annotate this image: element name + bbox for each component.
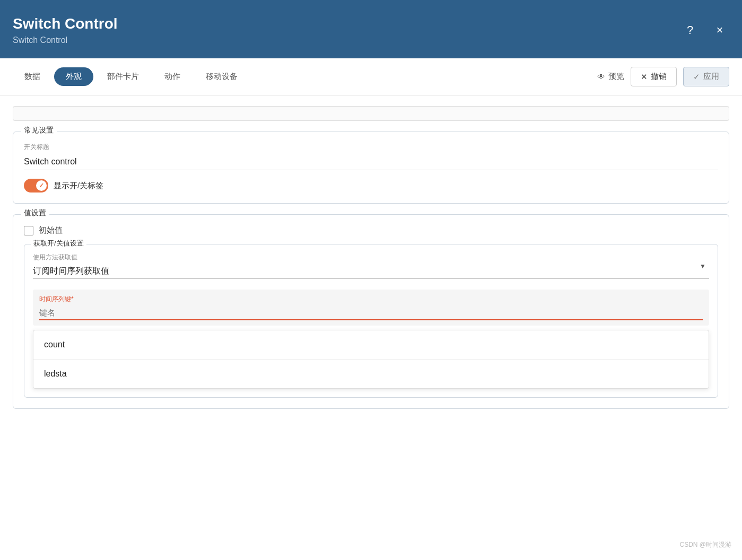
cancel-label: 撤销 bbox=[651, 72, 667, 82]
show-tag-label: 显示开/关标签 bbox=[54, 181, 103, 191]
apply-label: 应用 bbox=[703, 72, 719, 82]
help-icon: ? bbox=[687, 23, 693, 37]
get-on-off-label: 获取开/关值设置 bbox=[31, 239, 86, 248]
dropdown-item-count[interactable]: count bbox=[33, 330, 709, 360]
content: 常见设置 开关标题 ✓ 显示开/关标签 值设置 初始值 bbox=[0, 95, 742, 560]
ts-key-field: 时间序列键* bbox=[33, 290, 709, 326]
tab-mobile[interactable]: 移动设备 bbox=[194, 67, 249, 86]
initial-value-label: 初始值 bbox=[39, 225, 63, 235]
toolbar-right: 👁 预览 ✕ 撤销 ✓ 应用 bbox=[597, 67, 729, 86]
tab-data[interactable]: 数据 bbox=[13, 67, 52, 86]
eye-icon: 👁 bbox=[597, 72, 605, 81]
toggle-knob: ✓ bbox=[36, 180, 47, 191]
ts-key-label: 时间序列键* bbox=[39, 295, 703, 304]
cancel-button[interactable]: ✕ 撤销 bbox=[631, 67, 677, 86]
tab-action[interactable]: 动作 bbox=[153, 67, 192, 86]
switch-title-field: 开关标题 bbox=[24, 143, 718, 170]
header-actions: ? × bbox=[680, 21, 729, 40]
apply-button[interactable]: ✓ 应用 bbox=[683, 67, 729, 86]
check-icon: ✓ bbox=[693, 72, 700, 82]
app-subtitle: Switch Control bbox=[13, 36, 118, 45]
watermark: CSDN @时间漫游 bbox=[679, 540, 731, 549]
method-select-wrapper: 使用方法获取值 订阅时间序列获取值 bbox=[33, 253, 709, 279]
ts-key-input[interactable] bbox=[39, 306, 703, 320]
help-button[interactable]: ? bbox=[680, 21, 700, 40]
method-label: 使用方法获取值 bbox=[33, 253, 709, 262]
show-tag-toggle[interactable]: ✓ bbox=[24, 179, 48, 192]
toggle-check-icon: ✓ bbox=[39, 182, 44, 189]
header: Switch Control Switch Control ? × bbox=[0, 0, 742, 58]
initial-value-row: 初始值 bbox=[24, 225, 718, 235]
header-left: Switch Control Switch Control bbox=[13, 15, 118, 45]
close-button[interactable]: × bbox=[710, 21, 729, 40]
tab-appearance[interactable]: 外观 bbox=[54, 67, 93, 86]
toolbar: 数据 外观 部件卡片 动作 移动设备 👁 预览 ✕ 撤销 ✓ 应用 bbox=[0, 58, 742, 95]
cancel-icon: ✕ bbox=[641, 72, 648, 82]
switch-title-label: 开关标题 bbox=[24, 143, 718, 152]
common-settings-section: 常见设置 开关标题 ✓ 显示开/关标签 bbox=[13, 132, 729, 204]
preview-button[interactable]: 👁 预览 bbox=[597, 72, 624, 82]
value-settings-label: 值设置 bbox=[21, 208, 49, 218]
close-icon: × bbox=[717, 23, 723, 37]
common-settings-label: 常见设置 bbox=[21, 126, 57, 135]
method-select[interactable]: 订阅时间序列获取值 bbox=[33, 263, 709, 279]
scroll-stub bbox=[13, 106, 729, 121]
show-tag-row: ✓ 显示开/关标签 bbox=[24, 179, 718, 192]
initial-value-checkbox[interactable] bbox=[24, 226, 33, 235]
app-window: Switch Control Switch Control ? × 数据 外观 … bbox=[0, 0, 742, 560]
tab-card[interactable]: 部件卡片 bbox=[95, 67, 151, 86]
app-title: Switch Control bbox=[13, 15, 118, 32]
switch-title-input[interactable] bbox=[24, 154, 718, 170]
tab-group: 数据 外观 部件卡片 动作 移动设备 bbox=[13, 67, 593, 86]
value-settings-section: 值设置 初始值 获取开/关值设置 使用方法获取值 订阅时间序列获取值 时间序列键… bbox=[13, 214, 729, 409]
dropdown-list: count ledsta bbox=[33, 330, 709, 389]
get-on-off-section: 获取开/关值设置 使用方法获取值 订阅时间序列获取值 时间序列键* count … bbox=[24, 244, 718, 398]
dropdown-item-ledsta[interactable]: ledsta bbox=[33, 360, 709, 388]
preview-label: 预览 bbox=[608, 72, 624, 82]
